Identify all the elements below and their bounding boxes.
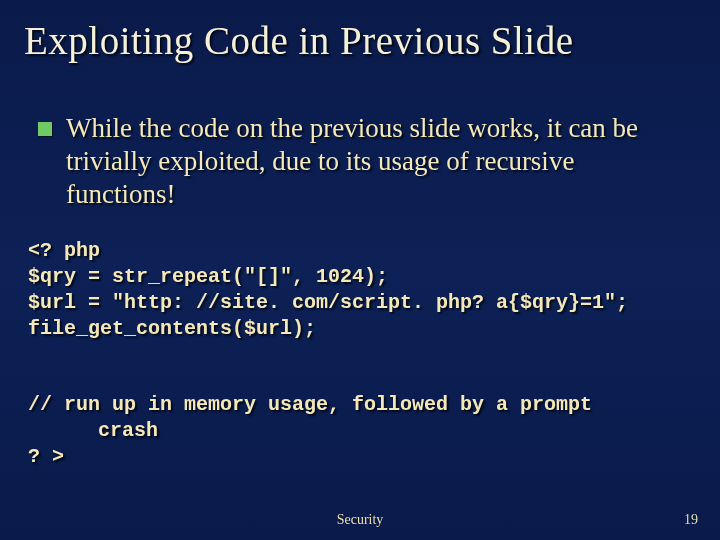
square-bullet-icon xyxy=(38,122,52,136)
page-number: 19 xyxy=(684,512,698,528)
code-line: file_get_contents($url); xyxy=(28,317,316,340)
code-line: $qry = str_repeat("[]", 1024); xyxy=(28,265,388,288)
code-block-1: <? php $qry = str_repeat("[]", 1024); $u… xyxy=(28,238,692,342)
footer-label: Security xyxy=(0,512,720,528)
code-line: <? php xyxy=(28,239,100,262)
code-line: $url = "http: //site. com/script. php? a… xyxy=(28,291,628,314)
slide-title: Exploiting Code in Previous Slide xyxy=(24,18,696,63)
code-line: // run up in memory usage, followed by a… xyxy=(28,393,592,416)
slide-body: While the code on the previous slide wor… xyxy=(38,112,682,211)
code-line: ? > xyxy=(28,445,64,468)
slide: Exploiting Code in Previous Slide While … xyxy=(0,0,720,540)
code-line: crash xyxy=(28,418,692,444)
code-block-2: // run up in memory usage, followed by a… xyxy=(28,392,692,470)
bullet-text: While the code on the previous slide wor… xyxy=(66,112,682,211)
bullet-item: While the code on the previous slide wor… xyxy=(38,112,682,211)
